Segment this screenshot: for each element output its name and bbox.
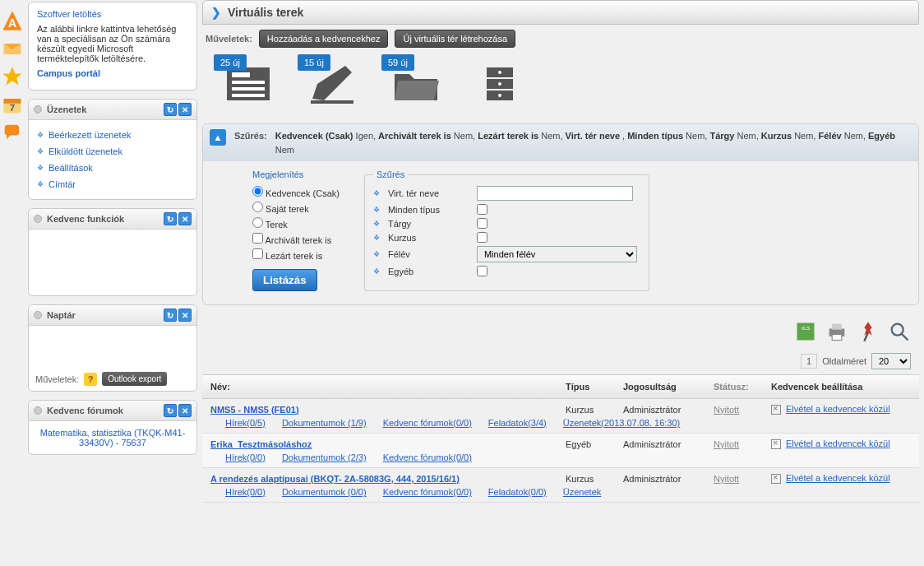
felev-select[interactable]: Minden félév — [477, 246, 637, 262]
egyeb-checkbox[interactable] — [477, 266, 487, 276]
refresh-icon[interactable]: ↻ — [164, 309, 177, 322]
svg-line-26 — [901, 333, 908, 340]
row-name-link[interactable]: Erika_Tesztmásoláshoz — [210, 439, 312, 449]
table-row: A rendezés alaptípusai (BKQT- 2A-58083G,… — [202, 468, 919, 503]
svg-point-17 — [498, 82, 501, 86]
svg-text:XLS: XLS — [801, 326, 810, 331]
row-status[interactable]: Nyitott — [714, 439, 739, 449]
row-sublink[interactable]: Dokumentumok (0/0) — [282, 487, 367, 497]
add-to-favorites-button[interactable]: Hozzáadás a kedvencekhez — [259, 30, 389, 48]
display-title: Megjelenítés — [252, 169, 340, 179]
name-input[interactable] — [477, 186, 633, 201]
search-icon[interactable] — [888, 320, 911, 343]
row-sublink[interactable]: Kedvenc fórumok(0/0) — [383, 487, 472, 497]
remove-fav-link[interactable]: Elvétel a kedvencek közül — [786, 438, 890, 448]
row-sublink[interactable]: Kedvenc fórumok(0/0) — [383, 418, 472, 428]
tile-folder[interactable]: 59 új — [390, 63, 442, 105]
row-status[interactable]: Nyitott — [714, 405, 739, 415]
opt-fav[interactable]: Kedvencek (Csak) — [252, 184, 340, 200]
favforum-title: Kedvenc fórumok — [47, 406, 123, 415]
row-name-link[interactable]: A rendezés alaptípusai (BKQT- 2A-58083G,… — [210, 474, 460, 484]
svg-rect-23 — [832, 335, 842, 341]
msg-dir[interactable]: Címtár — [49, 179, 76, 189]
filter-right-title: Szűrés — [373, 169, 408, 179]
filter-label: Szűrés: — [234, 131, 267, 141]
svg-point-18 — [498, 94, 501, 97]
row-sublink[interactable]: Dokumentumok (1/9) — [282, 418, 367, 428]
help-icon[interactable]: ? — [84, 373, 97, 386]
download-link[interactable]: Szoftver letöltés — [37, 9, 101, 19]
row-sublink[interactable]: Feladatok(0/0) — [488, 487, 547, 497]
remove-fav-link[interactable]: Elvétel a kedvencek közül — [786, 404, 890, 414]
page-size-select[interactable]: 20 — [871, 353, 911, 369]
rail-star-icon[interactable] — [1, 65, 24, 88]
row-sublink[interactable]: Üzenetek — [563, 487, 601, 497]
remove-fav-icon[interactable] — [771, 439, 781, 449]
svg-rect-10 — [232, 94, 265, 97]
chevron-right-icon: ❯ — [211, 6, 221, 19]
remove-fav-icon[interactable] — [771, 474, 781, 484]
row-sublink[interactable]: Üzenetek(2013.07.08. 16:30) — [563, 418, 681, 428]
page-number[interactable]: 1 — [801, 354, 817, 369]
row-sublink[interactable]: Hírek(0/0) — [225, 452, 266, 462]
badge: 25 új — [214, 54, 247, 71]
kurzus-checkbox[interactable] — [477, 232, 487, 243]
close-icon[interactable]: ✕ — [178, 103, 192, 116]
close-icon[interactable]: ✕ — [178, 212, 192, 225]
svg-rect-22 — [832, 324, 842, 330]
remove-fav-link[interactable]: Elvétel a kedvencek közül — [786, 473, 890, 483]
row-name-link[interactable]: NMS5 - NMS5 (FE01) — [210, 405, 299, 415]
svg-marker-2 — [2, 67, 21, 85]
tile-edit[interactable]: 15 új — [306, 63, 358, 105]
tile-archive[interactable] — [474, 63, 526, 105]
opt-spaces[interactable]: Terek — [252, 216, 340, 231]
refresh-icon[interactable]: ↻ — [164, 404, 177, 417]
row-sublink[interactable]: Feladatok(3/4) — [488, 418, 547, 428]
filter-summary: Kedvencek (Csak) Igen, Archivált terek i… — [275, 129, 912, 156]
favfn-box: Kedvenc funkciók ↻✕ — [28, 208, 197, 296]
targy-checkbox[interactable] — [477, 218, 487, 229]
row-sublink[interactable]: Kedvenc fórumok(0/0) — [383, 452, 472, 462]
messages-box: Üzenetek ↻✕ ❖Beérkezett üzenetek ❖Elküld… — [28, 99, 197, 200]
remove-fav-icon[interactable] — [771, 405, 781, 415]
xls-icon[interactable]: XLS — [794, 320, 817, 343]
pin-icon[interactable] — [857, 320, 880, 343]
row-sublink[interactable]: Hírek(0/5) — [225, 418, 266, 428]
new-space-button[interactable]: Új virtuális tér létrehozása — [395, 30, 515, 48]
download-text: Az alábbi linkre kattintva lehetőség van… — [37, 24, 188, 63]
favforum-item[interactable]: Matematika, statisztika (TKQK-M41-33430V… — [40, 428, 186, 448]
opt-closed[interactable]: Lezárt terek is — [252, 247, 340, 262]
refresh-icon[interactable]: ↻ — [164, 103, 177, 116]
rail-cal-icon[interactable]: 7 — [1, 93, 24, 116]
archive-icon — [474, 63, 526, 105]
rail-a-icon[interactable]: A — [1, 9, 24, 32]
msg-sent[interactable]: Elküldött üzenetek — [49, 146, 122, 156]
svg-text:A: A — [8, 16, 16, 30]
opt-own[interactable]: Saját terek — [252, 200, 340, 216]
row-sublink[interactable]: Hírek(0/0) — [225, 487, 266, 497]
outlook-export-button[interactable]: Outlook export — [102, 372, 167, 386]
badge: 59 új — [381, 54, 414, 71]
type-checkbox[interactable] — [477, 204, 487, 215]
filter-panel: ▲ Szűrés: Kedvencek (Csak) Igen, Archivá… — [202, 123, 919, 305]
collapse-icon[interactable]: ▲ — [210, 129, 226, 146]
msg-inbox[interactable]: Beérkezett üzenetek — [49, 130, 131, 140]
kurzus-label: Kurzus — [388, 233, 470, 243]
page-header: ❯ Virtuális terek — [202, 0, 919, 25]
row-sublink[interactable]: Dokumentumok (2/3) — [282, 452, 367, 462]
refresh-icon[interactable]: ↻ — [164, 212, 177, 225]
row-status[interactable]: Nyitott — [714, 474, 739, 484]
egyeb-label: Egyéb — [388, 267, 470, 276]
rail-chat-icon[interactable] — [1, 121, 24, 144]
rail-mail-icon[interactable] — [1, 37, 24, 60]
opt-archived[interactable]: Archivált terek is — [252, 231, 340, 247]
close-icon[interactable]: ✕ — [178, 404, 192, 417]
list-button[interactable]: Listázás — [252, 269, 317, 291]
msg-settings[interactable]: Beállítások — [49, 163, 93, 173]
row-type: Kurzus — [566, 474, 623, 484]
campus-portal-link[interactable]: Campus portál — [37, 68, 100, 78]
messages-title: Üzenetek — [47, 104, 86, 114]
close-icon[interactable]: ✕ — [178, 309, 192, 322]
tile-news[interactable]: 25 új — [222, 63, 275, 105]
print-icon[interactable] — [825, 320, 848, 343]
